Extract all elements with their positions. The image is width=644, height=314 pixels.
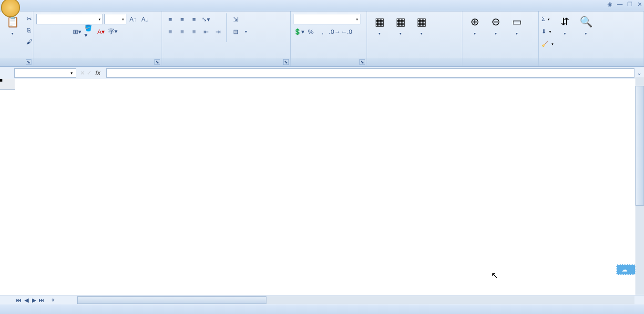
cut-button[interactable]: ✂: [24, 13, 34, 24]
indent-inc-button[interactable]: ⇥: [213, 26, 223, 37]
vertical-scrollbar[interactable]: [635, 77, 644, 295]
autosum-icon: Σ: [542, 16, 545, 22]
window-controls: ◉ — ❐ ✕: [607, 1, 642, 8]
horizontal-scrollbar[interactable]: [77, 296, 634, 304]
formula-bar: ▾ ✕ ✓ fx ⌄: [0, 67, 644, 79]
format-icon: ▭: [509, 14, 524, 30]
percent-button[interactable]: %: [306, 26, 316, 37]
format-as-table-button[interactable]: ▦▾: [391, 13, 410, 37]
new-sheet-button[interactable]: ✧: [48, 297, 58, 304]
name-box[interactable]: ▾: [14, 68, 76, 78]
shrink-font-button[interactable]: A↓: [140, 14, 150, 24]
group-number: ▾ 💲▾ % , .0→ ←.0 ⬊: [291, 11, 367, 66]
wrap-text-button[interactable]: ⇲: [230, 14, 241, 24]
dec-decimal-button[interactable]: ←.0: [341, 26, 352, 37]
align-center-button[interactable]: ≡: [177, 26, 187, 37]
upload-badge[interactable]: ☁: [616, 264, 635, 275]
format-painter-button[interactable]: 🖌: [24, 36, 34, 47]
number-format-combo[interactable]: ▾: [294, 14, 360, 24]
number-launcher[interactable]: ⬊: [359, 59, 365, 65]
indent-dec-button[interactable]: ⇤: [201, 26, 211, 37]
cell-styles-button[interactable]: ▦▾: [412, 13, 431, 37]
group-font: ▾ ▾ A↑ A↓ ⊞▾ 🪣▾ A▾ 字▾ ⬊: [33, 11, 162, 66]
group-clipboard: 📋 ▾ ✂ ⎘ 🖌 ⬊: [0, 11, 33, 66]
align-middle-button[interactable]: ≡: [177, 14, 187, 24]
fx-button[interactable]: fx: [93, 70, 102, 76]
font-name-combo[interactable]: ▾: [36, 14, 103, 24]
table-format-icon: ▦: [393, 14, 408, 30]
group-alignment: ≡ ≡ ≡ ⤡▾ ≡ ≡ ≡ ⇤ ⇥ ⇲ ⊟▾ ⬊: [162, 11, 291, 66]
delete-cells-button[interactable]: ⊖▾: [486, 13, 505, 37]
group-cells: ⊕▾ ⊖▾ ▭▾: [462, 11, 539, 66]
sheet-tab-bar: ⏮◀▶⏭ ✧: [0, 295, 644, 304]
cancel-formula-icon[interactable]: ✕: [80, 70, 85, 76]
sort-icon: ⇵: [557, 14, 572, 30]
find-icon: 🔍: [578, 14, 593, 30]
formula-input[interactable]: [106, 68, 634, 78]
sort-filter-button[interactable]: ⇵▾: [555, 13, 574, 37]
font-color-button[interactable]: A▾: [96, 26, 106, 37]
underline-button[interactable]: [60, 26, 71, 37]
ribbon: 📋 ▾ ✂ ⎘ 🖌 ⬊ ▾ ▾ A↑ A↓ ⊞▾: [0, 11, 644, 67]
align-top-button[interactable]: ≡: [165, 14, 175, 24]
fill-color-button[interactable]: 🪣▾: [84, 26, 94, 37]
sheet-nav-buttons[interactable]: ⏮◀▶⏭: [12, 297, 48, 304]
align-right-button[interactable]: ≡: [189, 26, 199, 37]
align-bottom-button[interactable]: ≡: [189, 14, 199, 24]
restore-icon[interactable]: ❐: [627, 1, 633, 8]
cloud-icon: ☁: [622, 266, 627, 273]
close-icon[interactable]: ✕: [637, 1, 642, 8]
cell-styles-icon: ▦: [414, 14, 429, 30]
orientation-button[interactable]: ⤡▾: [201, 14, 211, 24]
status-bar: [0, 304, 644, 314]
conditional-format-icon: ▦: [372, 14, 387, 30]
alignment-launcher[interactable]: ⬊: [283, 59, 289, 65]
clipboard-launcher[interactable]: ⬊: [26, 59, 31, 65]
find-select-button[interactable]: 🔍▾: [576, 13, 595, 37]
fill-icon: ⬇: [542, 28, 546, 35]
font-size-combo[interactable]: ▾: [104, 14, 126, 24]
worksheet-grid[interactable]: ↖ ☁: [0, 79, 644, 295]
merge-button[interactable]: ⊟: [230, 26, 241, 37]
align-left-button[interactable]: ≡: [165, 26, 175, 37]
inc-decimal-button[interactable]: .0→: [329, 26, 340, 37]
format-cells-button[interactable]: ▭▾: [507, 13, 526, 37]
conditional-format-button[interactable]: ▦▾: [370, 13, 389, 37]
help-icon[interactable]: ◉: [607, 1, 612, 8]
bold-button[interactable]: [36, 26, 47, 37]
accounting-button[interactable]: 💲▾: [294, 26, 304, 37]
copy-button[interactable]: ⎘: [24, 25, 34, 35]
insert-cells-button[interactable]: ⊕▾: [465, 13, 484, 37]
border-button[interactable]: ⊞▾: [72, 26, 82, 37]
italic-button[interactable]: [48, 26, 59, 37]
font-launcher[interactable]: ⬊: [154, 59, 160, 65]
ribbon-tabs: ◉ — ❐ ✕: [0, 0, 644, 11]
select-all-button[interactable]: [0, 79, 15, 90]
delete-icon: ⊖: [488, 14, 503, 30]
enter-formula-icon[interactable]: ✓: [87, 70, 92, 76]
clear-icon: 🧹: [542, 41, 549, 47]
comma-button[interactable]: ,: [317, 26, 328, 37]
insert-icon: ⊕: [467, 14, 482, 30]
group-editing: Σ▾ ⬇▾ 🧹▾ ⇵▾ 🔍▾: [539, 11, 644, 66]
group-styles: ▦▾ ▦▾ ▦▾: [367, 11, 462, 66]
phonetic-button[interactable]: 字▾: [108, 26, 118, 37]
minimize-ribbon-icon[interactable]: —: [617, 1, 623, 8]
mouse-cursor-icon: ↖: [491, 270, 498, 281]
grow-font-button[interactable]: A↑: [128, 14, 138, 24]
expand-formula-bar[interactable]: ⌄: [634, 70, 644, 76]
